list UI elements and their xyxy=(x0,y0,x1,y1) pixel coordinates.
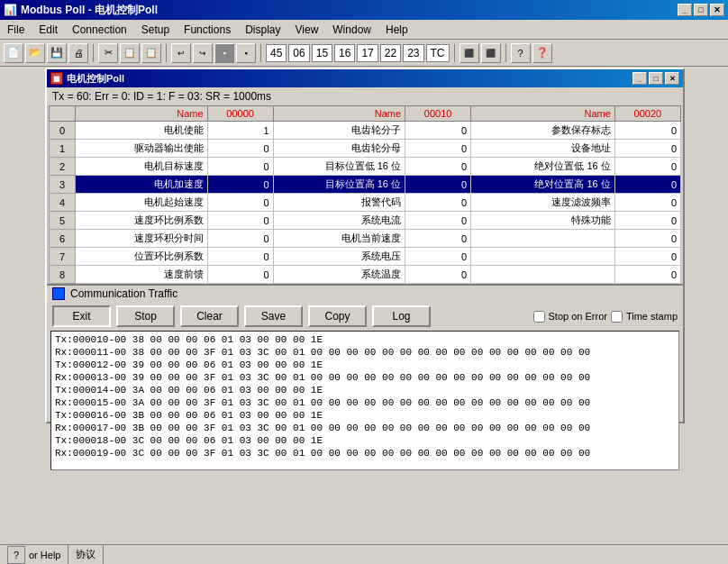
row-num-4: 4 xyxy=(50,194,76,212)
menu-functions[interactable]: Functions xyxy=(177,22,238,38)
graph-button[interactable]: ⬛ xyxy=(481,43,501,63)
print-button[interactable]: 🖨 xyxy=(68,43,88,63)
table-row[interactable]: 1 驱动器输出使能 0 电齿轮分母 0 设备地址 0 xyxy=(50,140,681,158)
col-addr1-header: 00000 xyxy=(207,106,273,122)
toolbar-sep-3 xyxy=(260,44,261,62)
tb-field-5[interactable]: 17 xyxy=(357,44,378,62)
name2-6: 电机当前速度 xyxy=(273,230,405,248)
time-stamp-checkbox[interactable] xyxy=(611,311,623,323)
tb-field-3[interactable]: 15 xyxy=(312,44,332,62)
val2-3: 0 xyxy=(405,176,471,194)
table-row[interactable]: 2 电机目标速度 0 目标位置低 16 位 0 绝对位置低 16 位 0 xyxy=(50,158,681,176)
name3-5: 特殊功能 xyxy=(471,212,615,230)
save-comm-button[interactable]: Save xyxy=(244,305,303,327)
or-help-text: or Help xyxy=(29,550,60,560)
col-addr2-header: 00010 xyxy=(405,106,471,122)
log-line: Tx:000010-00 38 00 00 00 06 01 03 00 00 … xyxy=(55,333,675,346)
table-row[interactable]: 7 位置环比例系数 0 系统电压 0 0 xyxy=(50,248,681,266)
menu-view[interactable]: View xyxy=(288,22,326,38)
toolbar-sep-2 xyxy=(166,44,167,62)
copy-button[interactable]: 📋 xyxy=(120,43,140,63)
maximize-button[interactable]: □ xyxy=(694,4,708,16)
menu-display[interactable]: Display xyxy=(238,22,287,38)
tb-field-6[interactable]: 22 xyxy=(380,44,401,62)
display-button[interactable]: ⬛ xyxy=(460,43,479,63)
val1-0: 1 xyxy=(207,122,273,140)
disconnect-button[interactable]: ↪ xyxy=(193,43,213,63)
table-row[interactable]: 6 速度环积分时间 0 电机当前速度 0 0 xyxy=(50,230,681,248)
val1-1: 0 xyxy=(207,140,273,158)
menu-setup[interactable]: Setup xyxy=(134,22,177,38)
paste-button[interactable]: 📋 xyxy=(141,43,161,63)
tb-field-2[interactable]: 06 xyxy=(288,44,309,62)
name1-4: 电机起始速度 xyxy=(76,194,207,212)
menu-bar: File Edit Connection Setup Functions Dis… xyxy=(0,20,728,40)
inner-window: ▦ 电机控制Poll _ □ ✕ Tx = 60: Err = 0: ID = … xyxy=(45,68,685,423)
poll-button[interactable]: ▪ xyxy=(236,43,256,63)
name3-0: 参数保存标志 xyxy=(471,122,615,140)
cut-button[interactable]: ✂ xyxy=(98,43,118,63)
table-row[interactable]: 0 电机使能 1 电齿轮分子 0 参数保存标志 0 xyxy=(50,122,681,140)
name2-4: 报警代码 xyxy=(273,194,405,212)
menu-file[interactable]: File xyxy=(0,22,32,38)
menu-edit[interactable]: Edit xyxy=(32,22,65,38)
clear-button[interactable]: Clear xyxy=(180,305,239,327)
table-row[interactable]: 4 电机起始速度 0 报警代码 0 速度滤波频率 0 xyxy=(50,194,681,212)
exit-button[interactable]: Exit xyxy=(52,305,111,327)
val2-7: 0 xyxy=(405,248,471,266)
new-button[interactable]: 📄 xyxy=(4,43,23,63)
setup-button[interactable]: ▪ xyxy=(214,43,234,63)
name3-3: 绝对位置高 16 位 xyxy=(471,176,615,194)
name1-0: 电机使能 xyxy=(76,122,207,140)
name3-2: 绝对位置低 16 位 xyxy=(471,158,615,176)
val3-7: 0 xyxy=(614,248,680,266)
open-button[interactable]: 📂 xyxy=(25,43,45,63)
row-num-3: 3 xyxy=(50,176,76,194)
help-button[interactable]: ? xyxy=(511,43,531,63)
toolbar: 📄 📂 💾 🖨 ✂ 📋 📋 ↩ ↪ ▪ ▪ 45 06 15 16 17 22 … xyxy=(0,40,728,67)
help-icon-item: ? or Help xyxy=(0,545,68,564)
log-button[interactable]: Log xyxy=(372,305,431,327)
toolbar-sep-5 xyxy=(505,44,506,62)
log-line: Tx:000014-00 3A 00 00 00 06 01 03 00 00 … xyxy=(55,384,675,396)
val3-8: 0 xyxy=(614,266,680,284)
tb-field-tc[interactable]: TC xyxy=(426,44,450,62)
inner-window-icon: ▦ xyxy=(50,72,63,85)
stop-button[interactable]: Stop xyxy=(116,305,175,327)
inner-maximize-button[interactable]: □ xyxy=(649,72,663,85)
val1-5: 0 xyxy=(207,212,273,230)
log-line: Tx:000012-00 39 00 00 00 06 01 03 00 00 … xyxy=(55,359,675,371)
table-row[interactable]: 5 速度环比例系数 0 系统电流 0 特殊功能 0 xyxy=(50,212,681,230)
table-row[interactable]: 8 速度前馈 0 系统温度 0 0 xyxy=(50,266,681,284)
data-table-container[interactable]: Name 00000 Name 00010 Name 00020 0 电机使能 … xyxy=(49,105,681,284)
table-header-row: Name 00000 Name 00010 Name 00020 xyxy=(50,106,681,122)
name3-4: 速度滤波频率 xyxy=(471,194,615,212)
log-line: Tx:000018-00 3C 00 00 00 06 01 03 00 00 … xyxy=(55,434,675,447)
name1-6: 速度环积分时间 xyxy=(76,230,207,248)
inner-title-bar: ▦ 电机控制Poll _ □ ✕ xyxy=(47,69,683,87)
save-button[interactable]: 💾 xyxy=(47,43,67,63)
close-button[interactable]: ✕ xyxy=(710,4,724,16)
copy-comm-button[interactable]: Copy xyxy=(308,305,367,327)
name2-0: 电齿轮分子 xyxy=(273,122,405,140)
menu-help[interactable]: Help xyxy=(378,22,415,38)
status-bar: ? or Help 协议 xyxy=(0,544,728,564)
time-stamp-label: Time stamp xyxy=(626,311,678,322)
tb-field-1[interactable]: 45 xyxy=(266,44,287,62)
minimize-button[interactable]: _ xyxy=(678,4,692,16)
name2-5: 系统电流 xyxy=(273,212,405,230)
about-button[interactable]: ❓ xyxy=(532,43,552,63)
name2-8: 系统温度 xyxy=(273,266,405,284)
comm-log[interactable]: Tx:000010-00 38 00 00 00 06 01 03 00 00 … xyxy=(50,331,679,470)
tb-field-4[interactable]: 16 xyxy=(334,44,355,62)
connect-button[interactable]: ↩ xyxy=(171,43,191,63)
stop-on-error-checkbox[interactable] xyxy=(533,311,545,323)
inner-minimize-button[interactable]: _ xyxy=(632,72,647,85)
name1-7: 位置环比例系数 xyxy=(76,248,207,266)
table-row[interactable]: 3 电机加速度 0 目标位置高 16 位 0 绝对位置高 16 位 0 xyxy=(50,176,681,194)
menu-connection[interactable]: Connection xyxy=(65,22,134,38)
inner-close-button[interactable]: ✕ xyxy=(665,72,679,85)
tb-field-7[interactable]: 23 xyxy=(403,44,423,62)
val2-4: 0 xyxy=(405,194,471,212)
menu-window[interactable]: Window xyxy=(325,22,378,38)
